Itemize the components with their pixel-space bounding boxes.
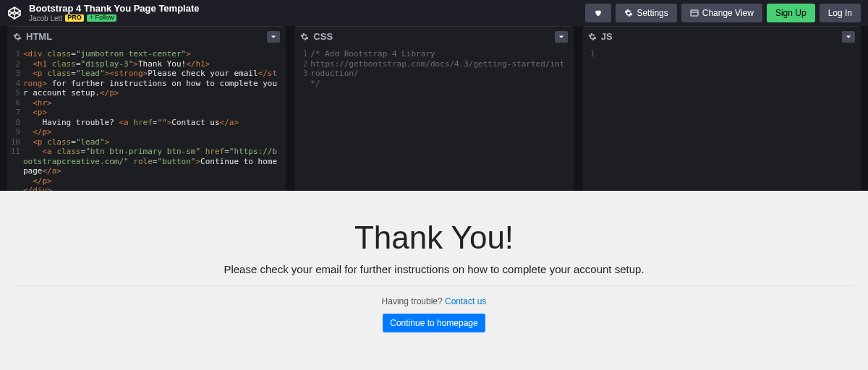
gear-icon[interactable]	[300, 33, 309, 41]
follow-button[interactable]: + Follow	[87, 14, 117, 22]
title-block: Bootstrap 4 Thank You Page Template Jaco…	[29, 4, 200, 22]
gear-icon	[624, 9, 633, 17]
js-editor-title: JS	[601, 31, 613, 42]
settings-button[interactable]: Settings	[616, 4, 676, 22]
signup-button[interactable]: Sign Up	[767, 4, 815, 22]
html-collapse-button[interactable]	[267, 31, 280, 43]
heart-button[interactable]	[585, 4, 611, 22]
css-editor: CSS 123 /* Add Bootstrap 4 Library https…	[294, 26, 573, 191]
html-editor-title: HTML	[26, 31, 52, 42]
chevron-down-icon	[558, 34, 564, 40]
pro-badge: PRO	[65, 14, 84, 22]
header-right: Settings Change View Sign Up Log In	[585, 4, 861, 22]
preview-trouble: Having trouble? Contact us	[382, 296, 487, 306]
css-code: /* Add Bootstrap 4 Library https://getbo…	[310, 49, 573, 191]
chevron-down-icon	[846, 34, 851, 40]
css-editor-title-wrap: CSS	[300, 31, 333, 42]
author-row: Jacob Lett PRO + Follow	[29, 14, 200, 22]
contact-link[interactable]: Contact us	[445, 296, 486, 306]
css-editor-header: CSS	[294, 26, 573, 46]
continue-button[interactable]: Continue to homepage	[383, 314, 485, 332]
chevron-down-icon	[271, 34, 276, 40]
js-collapse-button[interactable]	[842, 31, 855, 43]
preview-divider	[14, 285, 854, 286]
html-editor: HTML 1234567891011 <div class="jumbotron…	[7, 26, 286, 191]
preview-pane: Thank You! Please check your email for f…	[0, 191, 868, 370]
editors-row: HTML 1234567891011 <div class="jumbotron…	[0, 26, 868, 191]
html-editor-title-wrap: HTML	[13, 31, 52, 42]
js-gutter: 1	[582, 49, 598, 191]
js-code	[598, 49, 861, 191]
change-view-label: Change View	[702, 8, 754, 18]
login-button[interactable]: Log In	[820, 4, 861, 22]
css-code-area[interactable]: 123 /* Add Bootstrap 4 Library https://g…	[294, 46, 573, 191]
settings-label: Settings	[637, 8, 668, 18]
author-name: Jacob Lett	[29, 14, 62, 22]
change-view-button[interactable]: Change View	[681, 4, 762, 22]
svg-rect-3	[691, 10, 698, 16]
gear-icon[interactable]	[13, 33, 22, 41]
pen-title: Bootstrap 4 Thank You Page Template	[29, 4, 200, 14]
heart-icon	[594, 9, 603, 17]
js-editor-header: JS	[582, 26, 861, 46]
layout-icon	[690, 9, 699, 17]
header-left: Bootstrap 4 Thank You Page Template Jaco…	[7, 4, 200, 22]
js-editor-title-wrap: JS	[588, 31, 613, 42]
html-code-area[interactable]: 1234567891011 <div class="jumbotron text…	[7, 46, 286, 191]
codepen-logo-icon	[7, 6, 22, 20]
css-gutter: 123	[294, 49, 310, 191]
css-collapse-button[interactable]	[555, 31, 568, 43]
preview-heading: Thank You!	[354, 220, 514, 256]
css-editor-title: CSS	[313, 31, 333, 42]
js-editor: JS 1	[582, 26, 861, 191]
html-code: <div class="jumbotron text-center"> <h1 …	[23, 49, 286, 191]
js-code-area[interactable]: 1	[582, 46, 861, 191]
app-header: Bootstrap 4 Thank You Page Template Jaco…	[0, 0, 868, 26]
html-gutter: 1234567891011	[7, 49, 23, 191]
preview-lead: Please check your email for further inst…	[224, 263, 644, 275]
gear-icon[interactable]	[588, 33, 597, 41]
html-editor-header: HTML	[7, 26, 286, 46]
